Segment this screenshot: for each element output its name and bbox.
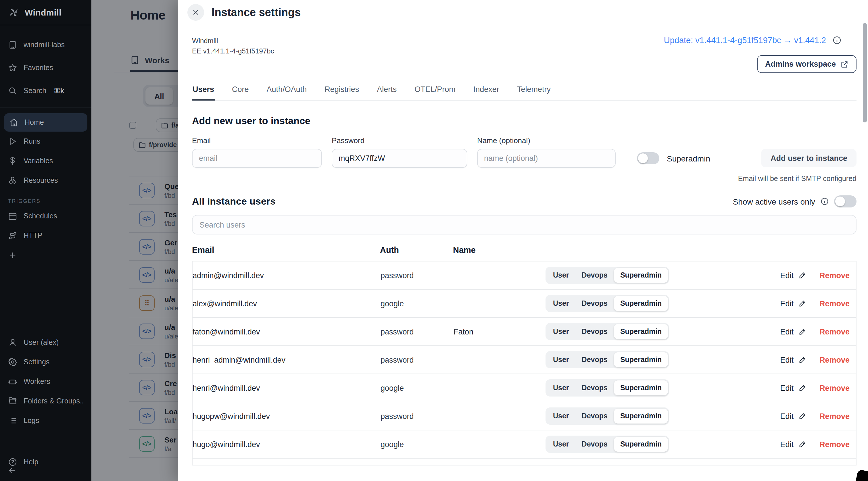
- role-option-devops[interactable]: Devops: [576, 324, 614, 339]
- edit-button[interactable]: Edit: [780, 271, 807, 280]
- edit-button[interactable]: Edit: [780, 440, 807, 449]
- edit-button[interactable]: Edit: [780, 355, 807, 364]
- role-option-superadmin[interactable]: Superadmin: [614, 296, 668, 311]
- role-option-user[interactable]: User: [547, 268, 576, 283]
- admins-workspace-button[interactable]: Admins workspace: [757, 55, 857, 73]
- remove-button[interactable]: Remove: [819, 299, 849, 308]
- edit-button[interactable]: Edit: [780, 299, 807, 308]
- search-users-input[interactable]: [192, 215, 857, 234]
- user-email: hugopw@windmill.dev: [192, 412, 380, 420]
- favorites-label: Favorites: [24, 64, 53, 72]
- sidebar-item-add-trigger[interactable]: [0, 246, 91, 265]
- settings-tabs: Users Core Auth/OAuth Registries Alerts …: [192, 82, 857, 101]
- star-icon: [8, 63, 17, 72]
- resources-label: Resources: [24, 177, 58, 185]
- sidebar-item-runs[interactable]: Runs: [0, 132, 91, 151]
- superadmin-toggle[interactable]: [637, 152, 659, 164]
- settings-tab[interactable]: Indexer: [473, 82, 500, 101]
- play-icon: [8, 137, 17, 146]
- email-field[interactable]: [192, 149, 322, 168]
- modal-scrollbar[interactable]: [863, 23, 867, 122]
- password-field[interactable]: [332, 149, 467, 168]
- sidebar-item-settings[interactable]: Settings: [0, 352, 91, 372]
- show-active-toggle[interactable]: [834, 195, 857, 207]
- role-option-superadmin[interactable]: Superadmin: [614, 380, 668, 395]
- sidebar-item-workers[interactable]: Workers: [0, 372, 91, 391]
- role-option-user[interactable]: User: [547, 296, 576, 311]
- role-option-devops[interactable]: Devops: [576, 437, 614, 452]
- add-user-form: Email Password Name (optional) Superadmi…: [192, 136, 857, 168]
- modal-title: Instance settings: [212, 6, 301, 19]
- remove-button[interactable]: Remove: [819, 384, 849, 392]
- edit-button[interactable]: Edit: [780, 327, 807, 336]
- role-option-devops[interactable]: Devops: [576, 380, 614, 395]
- remove-button[interactable]: Remove: [819, 412, 849, 420]
- help-label: Help: [24, 458, 38, 466]
- role-option-superadmin[interactable]: Superadmin: [614, 352, 668, 367]
- settings-tab[interactable]: OTEL/Prom: [414, 82, 456, 101]
- update-link[interactable]: Update: v1.441.1-4-g51f5197bc → v1.441.2: [664, 36, 826, 45]
- search-label: Search: [24, 87, 46, 95]
- role-option-superadmin[interactable]: Superadmin: [614, 437, 668, 452]
- settings-tab[interactable]: Registries: [324, 82, 360, 101]
- show-active-label: Show active users only: [733, 197, 815, 206]
- route-icon: [8, 231, 17, 240]
- role-option-user[interactable]: User: [547, 409, 576, 423]
- sidebar-item-user[interactable]: User (alex): [0, 333, 91, 352]
- sidebar-item-http[interactable]: HTTP: [0, 226, 91, 246]
- sidebar-item-workspace[interactable]: windmill-labs: [0, 33, 91, 56]
- remove-button[interactable]: Remove: [819, 355, 849, 364]
- settings-tab[interactable]: Auth/OAuth: [266, 82, 308, 101]
- user-auth: password: [380, 327, 454, 336]
- calendar-icon: [8, 212, 17, 221]
- role-option-user[interactable]: User: [547, 324, 576, 339]
- info-icon[interactable]: [832, 36, 842, 45]
- role-option-user[interactable]: User: [547, 437, 576, 452]
- sidebar-item-resources[interactable]: Resources: [0, 171, 91, 190]
- add-user-button[interactable]: Add user to instance: [762, 149, 857, 167]
- remove-button[interactable]: Remove: [819, 271, 849, 280]
- sidebar-item-schedules[interactable]: Schedules: [0, 206, 91, 226]
- user-auth: google: [380, 440, 454, 449]
- role-option-superadmin[interactable]: Superadmin: [614, 268, 668, 283]
- settings-tab[interactable]: Telemetry: [517, 82, 551, 101]
- brand[interactable]: Windmill: [0, 0, 91, 25]
- sidebar-item-variables[interactable]: Variables: [0, 151, 91, 171]
- settings-tab[interactable]: Users: [192, 82, 215, 101]
- role-option-devops[interactable]: Devops: [576, 268, 614, 283]
- folders-groups-label: Folders & Groups...: [24, 397, 83, 405]
- sidebar-item-favorites[interactable]: Favorites: [0, 56, 91, 79]
- external-link-icon: [840, 60, 848, 68]
- info-icon[interactable]: [820, 197, 829, 206]
- remove-button[interactable]: Remove: [819, 440, 849, 449]
- role-segmented-control: User Devops Superadmin: [546, 323, 669, 340]
- user-auth: password: [380, 271, 454, 280]
- settings-tab[interactable]: Core: [231, 82, 249, 101]
- collapse-arrow-icon[interactable]: [7, 466, 17, 475]
- role-option-superadmin[interactable]: Superadmin: [614, 409, 668, 423]
- add-user-heading: Add new user to instance: [192, 116, 857, 127]
- dollar-icon: [8, 156, 17, 165]
- role-option-superadmin[interactable]: Superadmin: [614, 324, 668, 339]
- remove-button[interactable]: Remove: [819, 327, 849, 336]
- edit-button[interactable]: Edit: [780, 384, 807, 392]
- name-field[interactable]: [477, 149, 616, 168]
- app-root: Windmill windmill-labs Favorites Search …: [0, 0, 868, 481]
- user-email: henri@windmill.dev: [192, 384, 380, 392]
- pencil-icon: [799, 299, 807, 308]
- role-option-devops[interactable]: Devops: [576, 409, 614, 423]
- sidebar-item-folders-groups[interactable]: Folders & Groups...: [0, 391, 91, 411]
- close-button[interactable]: [187, 4, 204, 21]
- sidebar-item-search[interactable]: Search ⌘k: [0, 79, 91, 102]
- edit-button[interactable]: Edit: [780, 412, 807, 420]
- settings-tab[interactable]: Alerts: [376, 82, 397, 101]
- sidebar-item-help[interactable]: Help: [0, 452, 91, 472]
- role-option-devops[interactable]: Devops: [576, 352, 614, 367]
- role-option-user[interactable]: User: [547, 352, 576, 367]
- role-option-user[interactable]: User: [547, 380, 576, 395]
- pencil-icon: [799, 327, 807, 335]
- sidebar-item-home[interactable]: Home: [4, 113, 87, 132]
- role-segmented-control: User Devops Superadmin: [546, 436, 669, 453]
- sidebar-item-logs[interactable]: Logs: [0, 411, 91, 430]
- role-option-devops[interactable]: Devops: [576, 296, 614, 311]
